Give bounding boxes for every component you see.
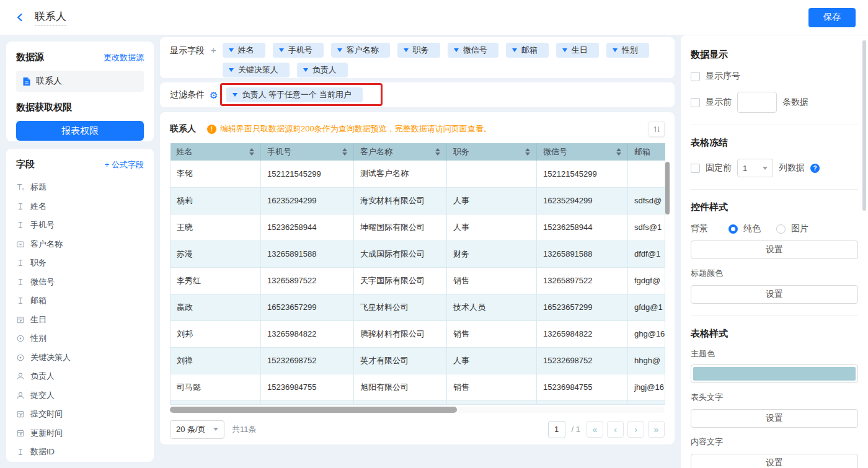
field-label: 手机号 xyxy=(30,219,55,231)
field-label: 姓名 xyxy=(30,201,46,212)
field-chip[interactable]: 关键决策人 xyxy=(223,63,290,77)
cell: 人事 xyxy=(447,214,537,241)
field-item-wechat[interactable]: 微信号 xyxy=(16,273,144,292)
save-button[interactable]: 保存 xyxy=(808,8,856,27)
title-color-set-button[interactable]: 设置 xyxy=(691,285,858,304)
help-icon[interactable]: ? xyxy=(810,164,820,173)
image-radio[interactable] xyxy=(776,224,786,234)
total-count: 共11条 xyxy=(232,424,257,435)
chip-label: 职务 xyxy=(413,45,429,56)
back-button[interactable] xyxy=(12,10,27,25)
fix-columns-checkbox[interactable] xyxy=(691,164,700,173)
preview-title: 联系人 xyxy=(170,123,196,135)
display-fields-label: 显示字段 xyxy=(170,43,205,73)
field-chip[interactable]: 客户名称 xyxy=(331,43,390,58)
field-label: 提交时间 xyxy=(30,408,63,420)
field-chip[interactable]: 姓名 xyxy=(223,43,265,58)
first-page-button[interactable]: « xyxy=(587,421,603,438)
theme-color-picker[interactable] xyxy=(691,364,858,383)
theme-color-label: 主题色 xyxy=(691,348,858,360)
last-page-button[interactable]: » xyxy=(648,421,665,438)
field-item-owner[interactable]: 负责人 xyxy=(16,367,144,386)
page-size-select[interactable]: 20 条/页 xyxy=(170,420,224,439)
field-item-phone[interactable]: 手机号 xyxy=(16,216,144,235)
field-item-title[interactable]: 标题 xyxy=(16,178,144,197)
field-item-gender[interactable]: 性别 xyxy=(16,329,144,348)
field-item-name[interactable]: 姓名 xyxy=(16,197,144,216)
header-text-set-button[interactable]: 设置 xyxy=(691,409,858,428)
table-row: 苏漫13265891588大成国际有限公司财务13265891588dfdf@1 xyxy=(170,241,665,267)
show-first-checkbox[interactable] xyxy=(691,98,700,107)
solid-color-radio[interactable] xyxy=(728,224,738,234)
field-chip[interactable]: 邮箱 xyxy=(506,43,549,58)
report-designer: 联系人 保存 数据源 更改数据源 联系人 数据获取权限 报表权限 字段 + 公式… xyxy=(0,0,868,468)
fix-count-select[interactable]: 1 xyxy=(737,159,773,177)
chevron-down-icon xyxy=(613,48,618,52)
column-header[interactable]: 手机号 xyxy=(261,143,354,161)
cell: dfdf@1 xyxy=(628,241,665,267)
add-display-field-button[interactable]: + xyxy=(211,43,216,73)
fields-panel: 字段 + 公式字段 标题 姓名 手机号 客户名称 职务 微信号 邮箱 生日 性别… xyxy=(6,149,154,462)
sort-icon[interactable] xyxy=(342,148,347,156)
prev-page-button[interactable]: ‹ xyxy=(607,421,624,438)
person-icon xyxy=(16,372,25,381)
column-header[interactable]: 邮箱 xyxy=(628,143,665,161)
field-chip[interactable]: 职务 xyxy=(397,43,440,58)
field-item-update-time[interactable]: 更新时间 xyxy=(16,424,144,443)
report-permission-button[interactable]: 报表权限 xyxy=(16,121,144,141)
field-item-job[interactable]: 职务 xyxy=(16,254,144,273)
column-header[interactable]: 微信号 xyxy=(537,143,628,161)
field-chip[interactable]: 微信号 xyxy=(448,43,498,58)
sort-icon[interactable] xyxy=(249,148,254,156)
cell: 15236258944 xyxy=(537,214,628,241)
data-display-heading: 数据显示 xyxy=(691,49,858,61)
field-label: 提交人 xyxy=(30,390,55,401)
cell: 海安材料有限公司 xyxy=(354,187,447,214)
field-item-dataid[interactable]: 数据ID xyxy=(16,443,144,462)
sort-icon[interactable] xyxy=(525,148,530,156)
cell: sdfs@1 xyxy=(628,214,665,241)
sort-icon[interactable] xyxy=(435,148,440,156)
table-row: 嬴政16523657299飞星材料公司技术人员16523657299gfdg@1 xyxy=(170,294,665,320)
divider xyxy=(691,125,858,125)
filter-condition-chip[interactable]: 负责人 等于任意一个 当前用户 xyxy=(226,87,362,102)
field-item-submit-time[interactable]: 提交时间 xyxy=(16,405,144,424)
column-header[interactable]: 客户名称 xyxy=(354,143,447,161)
vertical-scrollbar[interactable] xyxy=(665,162,670,214)
field-chip[interactable]: 手机号 xyxy=(273,43,324,58)
add-formula-field-link[interactable]: + 公式字段 xyxy=(105,159,144,170)
field-chip[interactable]: 负责人 xyxy=(297,63,348,77)
change-datasource-link[interactable]: 更改数据源 xyxy=(104,52,144,63)
next-page-button[interactable]: › xyxy=(627,421,644,438)
field-chip[interactable]: 性别 xyxy=(606,43,649,58)
table-row-partial xyxy=(170,400,665,404)
cell: 腾骏材料有限公司 xyxy=(354,320,447,347)
current-page-input[interactable]: 1 xyxy=(548,421,565,438)
show-index-checkbox[interactable] xyxy=(691,72,700,81)
cell: 13265891588 xyxy=(537,241,628,267)
cell: jhgj@16 xyxy=(628,374,665,400)
cell: 李秀红 xyxy=(170,267,261,294)
field-chip[interactable]: 生日 xyxy=(556,43,599,58)
cell: 15232698752 xyxy=(537,347,628,374)
rows-unit-label: 条数据 xyxy=(782,97,808,108)
sort-icon[interactable] xyxy=(616,148,621,156)
row-limit-input[interactable] xyxy=(737,92,777,113)
field-item-birthday[interactable]: 生日 xyxy=(16,311,144,330)
field-item-customer[interactable]: 客户名称 xyxy=(16,235,144,254)
sort-order-button[interactable] xyxy=(649,121,665,137)
field-item-submitter[interactable]: 提交人 xyxy=(16,386,144,405)
field-item-email[interactable]: 邮箱 xyxy=(16,291,144,311)
cols-unit-label: 列数据 xyxy=(779,162,805,174)
cell xyxy=(628,161,665,187)
topbar: 联系人 保存 xyxy=(0,0,868,35)
content-text-set-button[interactable]: 设置 xyxy=(691,454,858,468)
gear-icon[interactable]: ⚙ xyxy=(210,91,218,100)
column-header[interactable]: 姓名 xyxy=(170,143,261,161)
datasource-item[interactable]: 联系人 xyxy=(16,71,144,92)
column-header[interactable]: 职务 xyxy=(447,143,537,161)
field-item-keydecider[interactable]: 关键决策人 xyxy=(16,348,144,368)
background-set-button[interactable]: 设置 xyxy=(691,241,858,259)
horizontal-scrollbar-thumb[interactable] xyxy=(170,407,457,413)
panel-scrollbar[interactable] xyxy=(862,40,866,211)
